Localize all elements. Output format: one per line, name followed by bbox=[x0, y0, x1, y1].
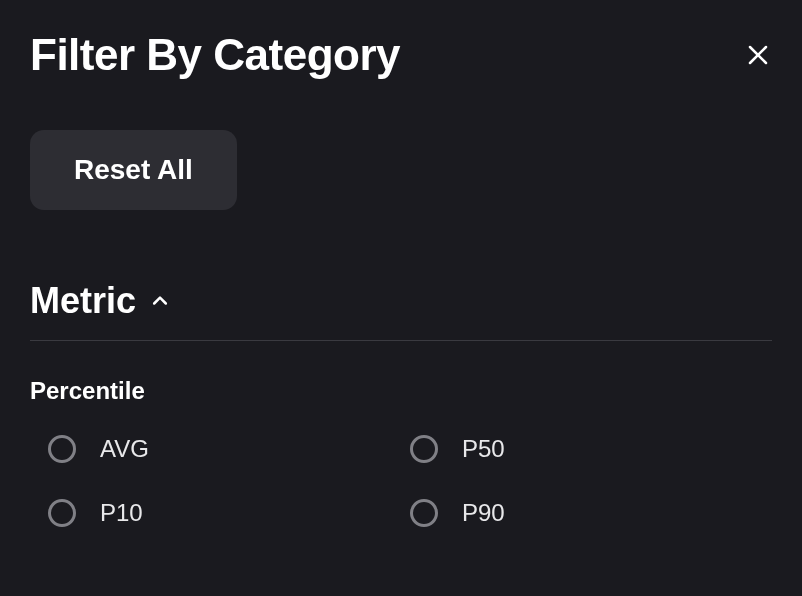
metric-section-toggle[interactable]: Metric bbox=[30, 280, 772, 341]
radio-icon bbox=[410, 499, 438, 527]
reset-all-button[interactable]: Reset All bbox=[30, 130, 237, 210]
radio-option-avg[interactable]: AVG bbox=[48, 435, 410, 463]
radio-icon bbox=[48, 499, 76, 527]
radio-label: P90 bbox=[462, 499, 505, 527]
section-title: Metric bbox=[30, 280, 136, 322]
radio-label: P10 bbox=[100, 499, 143, 527]
radio-option-p10[interactable]: P10 bbox=[48, 499, 410, 527]
percentile-radio-group: AVG P50 P10 P90 bbox=[30, 435, 772, 527]
dialog-header: Filter By Category bbox=[30, 30, 772, 80]
radio-label: P50 bbox=[462, 435, 505, 463]
radio-option-p50[interactable]: P50 bbox=[410, 435, 772, 463]
dialog-title: Filter By Category bbox=[30, 30, 400, 80]
subsection-label: Percentile bbox=[30, 377, 772, 405]
radio-label: AVG bbox=[100, 435, 149, 463]
close-icon[interactable] bbox=[744, 41, 772, 69]
chevron-up-icon bbox=[148, 289, 172, 313]
radio-icon bbox=[48, 435, 76, 463]
radio-icon bbox=[410, 435, 438, 463]
radio-option-p90[interactable]: P90 bbox=[410, 499, 772, 527]
